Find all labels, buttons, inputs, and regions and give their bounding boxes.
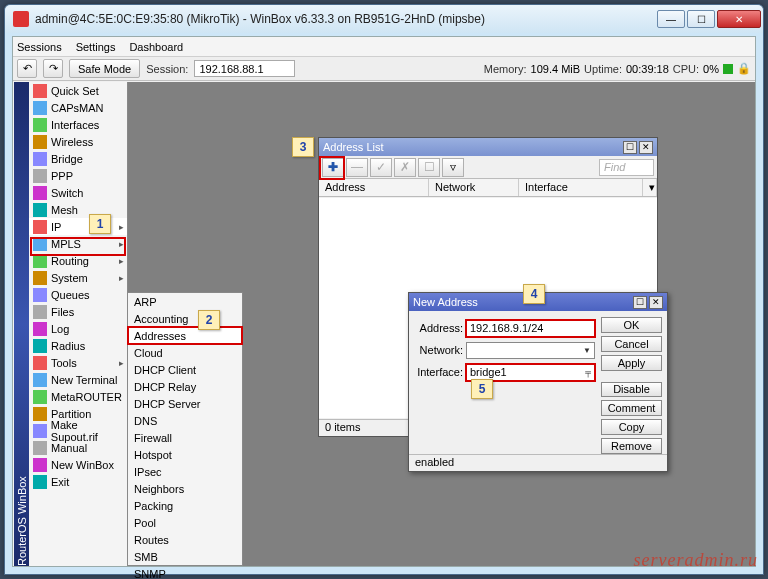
sidebar-item-radius[interactable]: Radius	[29, 337, 127, 354]
remove-button[interactable]: Remove	[601, 438, 662, 454]
menu-sessions[interactable]: Sessions	[17, 41, 62, 53]
menu-settings[interactable]: Settings	[76, 41, 116, 53]
menu-icon	[33, 169, 47, 183]
add-button[interactable]: ✚	[322, 158, 344, 177]
sidebar-item-ppp[interactable]: PPP	[29, 167, 127, 184]
undo-button[interactable]: ↶	[17, 59, 37, 78]
sidebar-item-new-terminal[interactable]: New Terminal	[29, 371, 127, 388]
enable-button[interactable]: ✓	[370, 158, 392, 177]
submenu-item-smb[interactable]: SMB	[128, 548, 242, 565]
col-menu-icon[interactable]: ▾	[643, 179, 657, 196]
submenu-item-snmp[interactable]: SNMP	[128, 565, 242, 579]
sidebar-item-label: CAPsMAN	[51, 102, 104, 114]
submenu-item-neighbors[interactable]: Neighbors	[128, 480, 242, 497]
menu-dashboard[interactable]: Dashboard	[129, 41, 183, 53]
input-network[interactable]: ▼	[466, 342, 595, 359]
sidebar-item-label: Exit	[51, 476, 69, 488]
filter-button[interactable]: ▿	[442, 158, 464, 177]
submenu-item-routes[interactable]: Routes	[128, 531, 242, 548]
address-list-titlebar[interactable]: Address List ☐ ✕	[319, 138, 657, 156]
submenu-item-cloud[interactable]: Cloud	[128, 344, 242, 361]
submenu-item-accounting[interactable]: Accounting	[128, 310, 242, 327]
column-headers[interactable]: Address Network Interface ▾	[319, 179, 657, 197]
find-input[interactable]: Find	[599, 159, 654, 176]
session-value[interactable]: 192.168.88.1	[194, 60, 294, 77]
sidebar-item-queues[interactable]: Queues	[29, 286, 127, 303]
sidebar-item-manual[interactable]: Manual	[29, 439, 127, 456]
disable-button[interactable]: ✗	[394, 158, 416, 177]
sidebar-item-tools[interactable]: Tools	[29, 354, 127, 371]
address-list-min-icon[interactable]: ☐	[623, 141, 637, 154]
comment-button[interactable]: ☐	[418, 158, 440, 177]
lock-icon: 🔒	[737, 62, 751, 75]
safe-mode-button[interactable]: Safe Mode	[69, 59, 140, 78]
copy-button[interactable]: Copy	[601, 419, 662, 435]
submenu-item-hotspot[interactable]: Hotspot	[128, 446, 242, 463]
col-interface[interactable]: Interface	[519, 179, 643, 196]
ok-button[interactable]: OK	[601, 317, 662, 333]
maximize-button[interactable]: ☐	[687, 10, 715, 28]
sidebar-item-new-winbox[interactable]: New WinBox	[29, 456, 127, 473]
col-network[interactable]: Network	[429, 179, 519, 196]
sidebar-item-label: Bridge	[51, 153, 83, 165]
sidebar-item-files[interactable]: Files	[29, 303, 127, 320]
window-title: admin@4C:5E:0C:E9:35:80 (MikroTik) - Win…	[35, 12, 655, 26]
sidebar-item-quick-set[interactable]: Quick Set	[29, 82, 127, 99]
sidebar-item-label: Quick Set	[51, 85, 99, 97]
chevron-down-icon[interactable]: ▼	[583, 346, 591, 355]
submenu-item-dns[interactable]: DNS	[128, 412, 242, 429]
submenu-item-arp[interactable]: ARP	[128, 293, 242, 310]
sidebar-item-wireless[interactable]: Wireless	[29, 133, 127, 150]
submenu-item-dhcp-client[interactable]: DHCP Client	[128, 361, 242, 378]
close-button[interactable]: ✕	[717, 10, 761, 28]
menu-icon	[33, 339, 47, 353]
cpu-value: 0%	[703, 63, 719, 75]
input-address[interactable]: 192.168.9.1/24	[466, 320, 595, 337]
sidebar-item-routing[interactable]: Routing	[29, 252, 127, 269]
new-address-title: New Address	[413, 296, 478, 308]
sidebar-item-ip[interactable]: IP	[29, 218, 127, 235]
input-interface[interactable]: bridge1╤	[466, 364, 595, 381]
remove-button[interactable]: —	[346, 158, 368, 177]
menu-icon	[33, 203, 47, 217]
submenu-item-dhcp-server[interactable]: DHCP Server	[128, 395, 242, 412]
sidebar-item-label: Mesh	[51, 204, 78, 216]
new-address-min-icon[interactable]: ☐	[633, 296, 647, 309]
sidebar-item-mesh[interactable]: Mesh	[29, 201, 127, 218]
submenu-item-addresses[interactable]: Addresses	[128, 327, 242, 344]
menu-icon	[33, 220, 47, 234]
sidebar-item-switch[interactable]: Switch	[29, 184, 127, 201]
sidebar-item-make-supout-rif[interactable]: Make Supout.rif	[29, 422, 127, 439]
submenu-item-dhcp-relay[interactable]: DHCP Relay	[128, 378, 242, 395]
redo-button[interactable]: ↷	[43, 59, 63, 78]
cpu-label: CPU:	[673, 63, 699, 75]
sidebar-item-mpls[interactable]: MPLS	[29, 235, 127, 252]
apply-button[interactable]: Apply	[601, 355, 662, 371]
submenu-item-firewall[interactable]: Firewall	[128, 429, 242, 446]
sidebar-item-label: Wireless	[51, 136, 93, 148]
sidebar-item-exit[interactable]: Exit	[29, 473, 127, 490]
sidebar-item-label: MPLS	[51, 238, 81, 250]
new-address-close-icon[interactable]: ✕	[649, 296, 663, 309]
new-address-window[interactable]: New Address ☐ ✕ Address: 192.168.9.1/24 …	[408, 292, 668, 472]
comment-button[interactable]: Comment	[601, 400, 662, 416]
submenu-item-pool[interactable]: Pool	[128, 514, 242, 531]
submenu-item-packing[interactable]: Packing	[128, 497, 242, 514]
minimize-button[interactable]: —	[657, 10, 685, 28]
sidebar-item-capsman[interactable]: CAPsMAN	[29, 99, 127, 116]
cancel-button[interactable]: Cancel	[601, 336, 662, 352]
submenu-item-ipsec[interactable]: IPsec	[128, 463, 242, 480]
combo-down-icon[interactable]: ╤	[585, 368, 591, 377]
sidebar-item-system[interactable]: System	[29, 269, 127, 286]
menu-icon	[33, 135, 47, 149]
app-icon	[13, 11, 29, 27]
col-address[interactable]: Address	[319, 179, 429, 196]
address-list-close-icon[interactable]: ✕	[639, 141, 653, 154]
sidebar-item-metarouter[interactable]: MetaROUTER	[29, 388, 127, 405]
titlebar[interactable]: admin@4C:5E:0C:E9:35:80 (MikroTik) - Win…	[5, 5, 763, 33]
sidebar-item-log[interactable]: Log	[29, 320, 127, 337]
disable-button[interactable]: Disable	[601, 382, 662, 398]
menu-icon	[33, 407, 47, 421]
sidebar-item-interfaces[interactable]: Interfaces	[29, 116, 127, 133]
sidebar-item-bridge[interactable]: Bridge	[29, 150, 127, 167]
